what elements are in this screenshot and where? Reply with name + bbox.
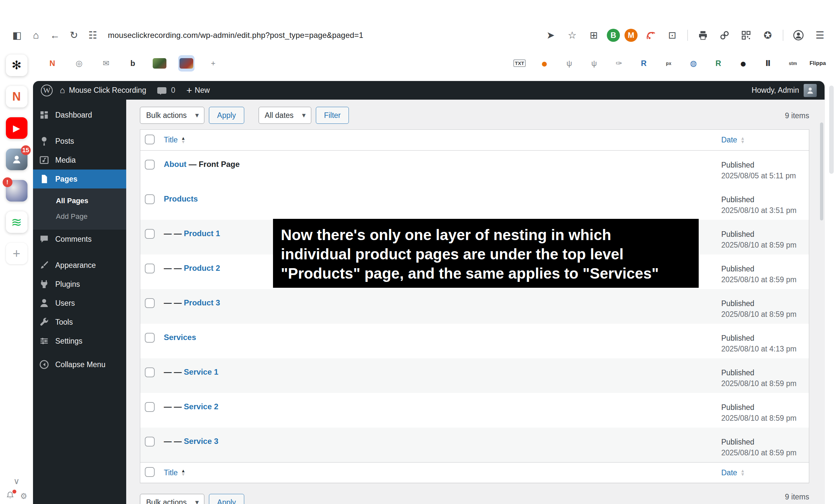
new-content-button[interactable]: + New: [186, 86, 210, 95]
bulk-actions-select[interactable]: Bulk actions ▾: [140, 107, 204, 124]
back-button[interactable]: ←: [47, 27, 64, 44]
page-title-link[interactable]: Service 2: [184, 402, 218, 411]
sidebar-item-all-pages[interactable]: All Pages: [33, 193, 126, 209]
howdy-text[interactable]: Howdy, Admin: [752, 86, 799, 95]
comments-bubble-icon[interactable]: [157, 87, 166, 94]
filter-button[interactable]: Filter: [316, 107, 349, 124]
address-bar[interactable]: mouseclickrecording.com/wp-admin/edit.ph…: [108, 31, 363, 40]
row-checkbox[interactable]: [145, 298, 155, 308]
dock-item-sphere[interactable]: !: [6, 180, 28, 202]
dock-item-namecheap[interactable]: N: [6, 86, 28, 108]
print-button[interactable]: [694, 27, 711, 44]
apply-button[interactable]: Apply: [209, 107, 244, 124]
dock-item-profile[interactable]: 15: [6, 149, 28, 170]
sidebar-item-comments[interactable]: Comments: [33, 230, 126, 248]
row-checkbox[interactable]: [145, 264, 155, 274]
browser-menu-button[interactable]: ☰: [812, 27, 829, 44]
dock-item-waves[interactable]: ≋: [6, 211, 28, 233]
sidebar-item-collapse-menu[interactable]: Collapse Menu: [33, 355, 126, 374]
sidebar-item-add-page[interactable]: Add Page: [33, 209, 126, 224]
bookmarks-manager-button[interactable]: ✪: [759, 27, 776, 44]
wordpress-logo-icon[interactable]: W: [41, 85, 53, 96]
home-button[interactable]: ⌂: [28, 27, 44, 44]
sidebar-item-media[interactable]: Media: [33, 151, 126, 169]
admin-avatar[interactable]: [804, 84, 817, 97]
qr-code-button[interactable]: [737, 27, 754, 44]
site-name-link[interactable]: Mouse Click Recording: [69, 86, 146, 95]
column-footer-title[interactable]: Title ▲▼: [164, 468, 721, 477]
page-title-link[interactable]: Product 2: [184, 264, 220, 273]
page-title-link[interactable]: Product 1: [184, 229, 220, 238]
sidebar-toggle-button[interactable]: ◧: [8, 27, 25, 44]
settings-gear-button[interactable]: ⚙: [20, 491, 28, 501]
bookmark-stm[interactable]: stm: [785, 55, 801, 72]
signal-button[interactable]: [642, 27, 659, 44]
refresh-button[interactable]: ↻: [65, 27, 83, 44]
site-settings-button[interactable]: ☷: [84, 27, 101, 44]
tab-groups-button[interactable]: ⊞: [585, 27, 602, 44]
bookmark-canva[interactable]: ◍: [685, 55, 702, 72]
bookmark-namecheap[interactable]: N: [44, 55, 60, 72]
visit-site-icon[interactable]: ⌂: [60, 85, 65, 95]
bookmark-star-button[interactable]: ☆: [564, 27, 581, 44]
row-checkbox[interactable]: [145, 229, 155, 239]
page-title-link[interactable]: Products: [164, 194, 198, 203]
all-dates-select[interactable]: All dates ▾: [259, 107, 311, 124]
page-title-link[interactable]: Product 3: [184, 298, 220, 307]
row-checkbox[interactable]: [145, 194, 155, 204]
copy-link-button[interactable]: [716, 27, 733, 44]
row-checkbox[interactable]: [145, 402, 155, 412]
page-title-link[interactable]: Services: [164, 333, 196, 342]
row-checkbox[interactable]: [145, 437, 155, 447]
column-footer-date[interactable]: Date ▲▼: [721, 468, 809, 477]
extension-m-button[interactable]: M: [624, 29, 638, 42]
content-scrollbar[interactable]: [820, 123, 823, 221]
row-checkbox[interactable]: [145, 160, 155, 169]
extension-cursor-button[interactable]: ➤: [542, 27, 559, 44]
bookmark-hands-2[interactable]: ψ: [586, 55, 602, 72]
page-title-link[interactable]: Service 1: [184, 368, 218, 376]
bookmark-black-dot[interactable]: ●: [735, 55, 751, 72]
sidebar-item-posts[interactable]: Posts: [33, 132, 126, 151]
sidebar-item-plugins[interactable]: Plugins: [33, 275, 126, 294]
profile-button[interactable]: [790, 27, 807, 44]
dock-item-add[interactable]: +: [6, 243, 28, 264]
extensions-button[interactable]: ⊡: [664, 27, 681, 44]
bookmark-feather[interactable]: ✑: [611, 55, 627, 72]
bookmark-mail[interactable]: ✉: [98, 55, 114, 72]
page-title-link[interactable]: Service 3: [184, 437, 218, 446]
bookmark-pause[interactable]: Ⅱ: [760, 55, 776, 72]
select-all-checkbox[interactable]: [145, 135, 155, 144]
column-header-title[interactable]: Title ▲▼: [164, 135, 721, 144]
bookmark-ring[interactable]: ◎: [71, 55, 87, 72]
sidebar-item-tools[interactable]: Tools: [33, 313, 126, 332]
notifications-bell-button[interactable]: [6, 491, 14, 501]
select-all-checkbox[interactable]: [145, 467, 155, 477]
browser-scrollbar[interactable]: [829, 86, 834, 174]
sidebar-item-appearance[interactable]: Appearance: [33, 256, 126, 275]
sidebar-item-dashboard[interactable]: Dashboard: [33, 106, 126, 125]
dock-item-youtube[interactable]: ▶: [6, 117, 28, 139]
bookmark-r-blue[interactable]: R: [636, 55, 652, 72]
sidebar-item-settings[interactable]: Settings: [33, 332, 126, 351]
bookmark-thumbnail-2-selected[interactable]: [178, 55, 195, 72]
bookmark-thumbnail-1[interactable]: [152, 55, 168, 72]
page-title-link[interactable]: About: [164, 160, 186, 169]
sidebar-item-users[interactable]: Users: [33, 294, 126, 313]
bulk-actions-select-bottom[interactable]: Bulk actions ▾: [140, 494, 204, 504]
sidebar-item-pages[interactable]: Pages: [33, 169, 126, 188]
bookmark-b[interactable]: b: [125, 55, 141, 72]
bookmark-txt[interactable]: TXT: [511, 55, 528, 72]
dock-item-chatgpt[interactable]: ✻: [6, 55, 28, 76]
extension-b-button[interactable]: B: [607, 29, 620, 42]
row-checkbox[interactable]: [145, 333, 155, 343]
bookmark-add-button[interactable]: +: [205, 55, 221, 72]
collapse-dock-button[interactable]: ∨: [0, 476, 33, 486]
apply-button-bottom[interactable]: Apply: [209, 494, 244, 504]
bookmark-flippa[interactable]: Flippa: [809, 55, 826, 72]
bookmark-px[interactable]: px: [660, 55, 677, 72]
bookmark-orange-dot[interactable]: ●: [536, 55, 553, 72]
column-header-date[interactable]: Date ▲▼: [721, 135, 809, 144]
bookmark-hands-1[interactable]: ψ: [561, 55, 577, 72]
row-checkbox[interactable]: [145, 368, 155, 377]
